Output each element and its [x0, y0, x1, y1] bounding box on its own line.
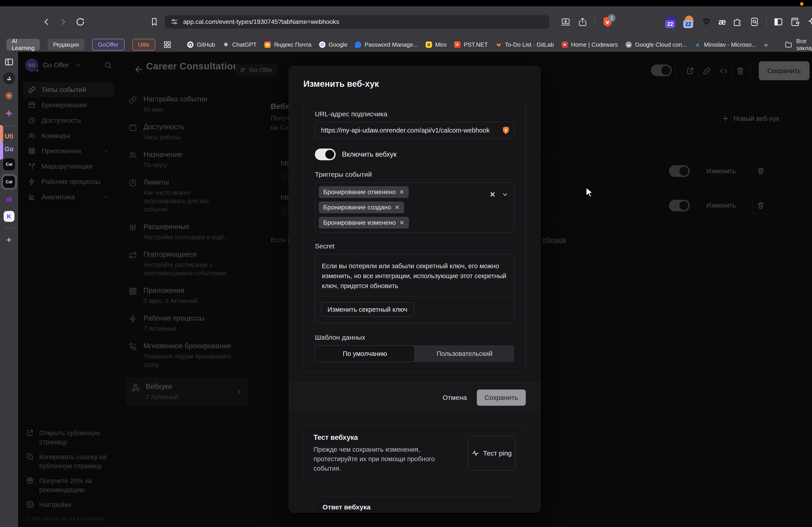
toolbar-separator-2 [766, 17, 767, 27]
browser-toolbar: app.cal.com/event-types/1930745?tabName=… [0, 6, 812, 37]
enable-webhook-label: Включить вебхук [342, 150, 396, 159]
brave-shield-badge: 1 [608, 14, 615, 22]
github-icon [187, 42, 193, 48]
bookmark-google[interactable]: G Google [319, 41, 348, 48]
extension-purple[interactable]: 22 [665, 16, 677, 28]
pinned-app-asterisk[interactable] [3, 90, 15, 102]
bookmarks-bar: AI Learning Редакция GoOffer Utils GitHu… [0, 37, 812, 52]
tab-group-utils[interactable]: Uti [5, 133, 14, 140]
trigger-chip[interactable]: Бронирование изменено✕ [319, 217, 409, 229]
miro-icon [426, 42, 432, 48]
bookmark-gitlab[interactable]: To-Do List · GitLab [495, 41, 554, 48]
bookmark-group-gooffer[interactable]: GoOffer [92, 39, 125, 50]
bookmark-group-utils[interactable]: Utils [132, 39, 156, 50]
screenshot-root: app.cal.com/event-types/1930745?tabName=… [0, 0, 812, 527]
site-settings-icon[interactable] [171, 18, 178, 26]
page-search-icon[interactable] [750, 17, 759, 27]
reload-icon[interactable] [75, 17, 85, 27]
gitlab-icon [495, 42, 502, 48]
panel-toggle-icon[interactable] [4, 57, 14, 67]
trigger-chip[interactable]: Бронирование отменено✕ [319, 186, 409, 198]
subscriber-url-label: URL-адрес подписчика [315, 110, 514, 118]
template-custom-option[interactable]: Пользовательский [415, 345, 514, 362]
save-button[interactable]: Сохранить [477, 390, 526, 406]
yandex-mail-icon: ✉ [264, 42, 271, 48]
save-page-icon[interactable] [561, 17, 571, 27]
pinned-app-boat[interactable] [3, 72, 15, 84]
leo-ai-icon[interactable] [807, 17, 812, 27]
window-control-dot[interactable] [800, 2, 803, 6]
test-webhook-description: Прежде чем сохранить изменения, протести… [314, 445, 440, 473]
extension-dark-icon[interactable] [701, 17, 712, 27]
forward-icon[interactable] [59, 17, 68, 26]
subscriber-url-input[interactable]: https://my-api-udaw.onrender.com/api/v1/… [315, 122, 514, 139]
bookmark-icon[interactable] [150, 17, 159, 26]
google-icon: G [319, 42, 325, 48]
test-webhook-section: Тест вебхука Прежде чем сохранить измене… [303, 425, 526, 482]
bookmark-group-redakcia[interactable]: Редакция [47, 39, 84, 50]
change-secret-button[interactable]: Изменить секретный ключ [321, 302, 414, 317]
share-icon[interactable] [578, 17, 588, 27]
clear-all-icon[interactable]: ✕ [490, 190, 495, 199]
tab-cal-1[interactable]: Cal [3, 158, 15, 170]
tab-group-go[interactable]: Go [4, 146, 14, 153]
chatgpt-icon: ✳ [223, 42, 229, 48]
webhook-form: URL-адрес подписчика https://my-api-udaw… [303, 99, 526, 373]
pstnet-icon [454, 42, 461, 48]
back-icon[interactable] [42, 17, 51, 26]
extension-blue[interactable]: 22 [683, 16, 695, 28]
tab-cal-active[interactable]: Cal [3, 176, 15, 188]
bookmark-chatgpt[interactable]: ✳ ChatGPT [223, 41, 257, 48]
password-manager-shield-icon[interactable] [502, 126, 510, 135]
remove-chip-icon[interactable]: ✕ [399, 189, 404, 196]
bookmark-password-manager[interactable]: Password Manage... [355, 41, 418, 48]
tab-groups-icon[interactable] [163, 40, 172, 49]
tab-miro[interactable] [3, 193, 15, 206]
event-triggers-label: Триггеры событий [315, 171, 514, 178]
password-manager-icon [355, 42, 361, 48]
cancel-button[interactable]: Отмена [443, 394, 467, 402]
test-webhook-title: Тест вебхука [314, 434, 440, 441]
bookmark-codewars[interactable]: ✶ Home | Codewars [562, 41, 618, 48]
remove-chip-icon[interactable]: ✕ [400, 219, 404, 226]
toolbar-separator [594, 17, 595, 27]
webhook-response-title: Ответ вебхука [315, 497, 514, 513]
bookmark-pstnet[interactable]: PST.NET [454, 41, 488, 48]
secret-description: Если вы потеряли или забыли секретный кл… [315, 254, 514, 297]
microsoft-icon [695, 42, 701, 48]
url-bar[interactable]: app.cal.com/event-types/1930745?tabName=… [165, 15, 549, 29]
sidebar-toggle-icon[interactable] [773, 17, 783, 27]
tab-kinescope[interactable]: K [4, 211, 14, 222]
bookmark-google-cloud[interactable]: ☁ Google Cloud con... [625, 41, 687, 48]
strip-divider-2 [4, 228, 14, 229]
bookmark-miro[interactable]: Miro [426, 41, 447, 48]
folder-icon [784, 41, 793, 49]
bookmark-github[interactable]: GitHub [187, 41, 215, 48]
secret-label: Secret [315, 242, 514, 250]
brave-shield-icon[interactable]: 1 [601, 16, 613, 28]
bookmarks-overflow-chevron[interactable]: » [764, 41, 768, 48]
extension-ae-icon[interactable]: æ [719, 17, 726, 27]
edit-webhook-modal: Изменить веб-хук URL-адрес подписчика ht… [289, 66, 540, 513]
payload-template-label: Шаблон данных [315, 334, 514, 341]
bookmark-microsoft[interactable]: Miroslav - Microso... [695, 41, 756, 48]
enable-webhook-toggle[interactable] [315, 149, 336, 160]
tab-group-indicator-go [0, 141, 3, 160]
test-ping-button[interactable]: Тест ping [468, 436, 516, 470]
extensions-puzzle-icon[interactable] [733, 17, 743, 27]
template-default-option[interactable]: По умолчанию [315, 345, 415, 362]
remove-chip-icon[interactable]: ✕ [395, 204, 400, 211]
url-text: app.cal.com/event-types/1930745?tabName=… [183, 18, 339, 26]
modal-title: Изменить веб-хук [303, 79, 526, 89]
new-tab-button[interactable]: + [6, 235, 12, 245]
payload-template-segmented: По умолчанию Пользовательский [315, 345, 514, 362]
bookmark-group-ai-learning[interactable]: AI Learning [6, 39, 40, 50]
wallet-icon[interactable] [790, 17, 800, 27]
all-bookmarks-button[interactable]: Все закладки [784, 37, 812, 51]
event-triggers-multiselect[interactable]: Бронирование отменено✕ Бронирование созд… [315, 182, 514, 232]
bookmark-yandex-mail[interactable]: ✉ Яндекс Почта [264, 41, 311, 48]
trigger-chip[interactable]: Бронирование создано✕ [319, 201, 404, 213]
vertical-tab-strip: Uti Go Cal Cal K + [0, 52, 18, 527]
chevron-down-icon[interactable] [502, 191, 509, 198]
pinned-app-gemini[interactable] [3, 107, 15, 119]
